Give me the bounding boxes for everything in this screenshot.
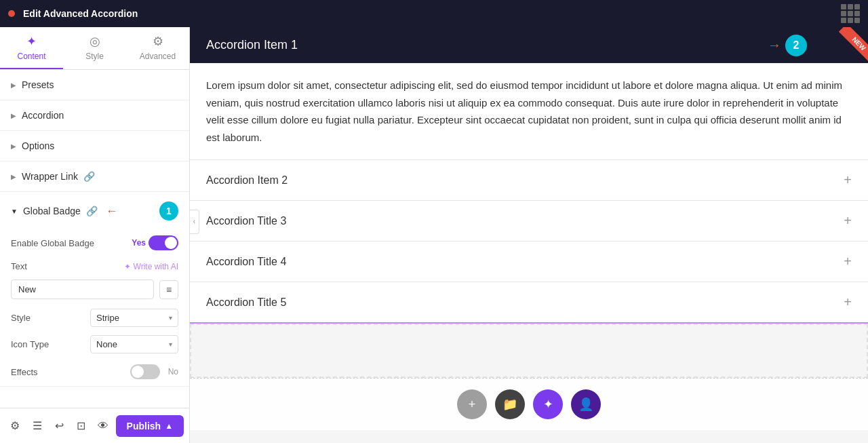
wrapper-label: Wrapper Link <box>22 171 78 182</box>
sidebar-item-wrapper-link[interactable]: ▶ Wrapper Link 🔗 <box>0 161 189 192</box>
layers-icon: ☰ <box>33 419 42 432</box>
magic-icon: ✦ <box>543 397 553 412</box>
toggle-control[interactable] <box>149 235 178 250</box>
icon-type-chevron-icon: ▾ <box>169 341 172 348</box>
add-icon: + <box>469 398 476 412</box>
collapse-icon: ‹ <box>193 218 195 225</box>
advanced-tab-icon: ⚙ <box>153 34 163 49</box>
folder-icon: 📁 <box>502 397 517 412</box>
accordion-body-text-1: Lorem ipsum dolor sit amet, consectetur … <box>206 79 842 143</box>
responsive-button[interactable]: ⊡ <box>72 414 92 438</box>
preview-button[interactable]: 👁 <box>94 414 113 438</box>
content-tab-icon: ✦ <box>26 34 37 49</box>
accordion-title-bar-1[interactable]: Accordion Item 1 → 2 NEW <box>190 27 868 63</box>
accordion-item-3[interactable]: Accordion Title 3 + <box>190 201 868 242</box>
global-badge-link-icon: 🔗 <box>86 206 98 216</box>
add-action-button[interactable]: + <box>457 389 487 419</box>
sidebar-item-presets[interactable]: ▶ Presets <box>0 70 189 100</box>
badge-2-container: → 2 <box>768 35 807 56</box>
accordion-item-5[interactable]: Accordion Title 5 + <box>190 282 868 324</box>
new-ribbon: NEW <box>839 27 868 63</box>
style-label: Style <box>11 313 85 323</box>
presets-arrow-icon: ▶ <box>11 81 16 89</box>
arrow-left-icon: ← <box>106 204 118 218</box>
write-with-ai-button[interactable]: ✦ Write with AI <box>124 262 178 271</box>
enable-badge-toggle[interactable]: Yes <box>132 235 178 250</box>
ai-star-icon: ✦ <box>124 262 131 271</box>
global-badge-label: Global Badge <box>23 206 81 216</box>
accordion-item-3-title: Accordion Title 3 <box>206 215 286 227</box>
style-value: Stripe <box>96 313 119 323</box>
accordion-item-2-title: Accordion Item 2 <box>206 174 288 187</box>
effects-label: Effects <box>11 367 125 377</box>
apps-grid-button[interactable] <box>841 4 860 23</box>
style-tab-icon: ◎ <box>90 34 100 49</box>
tab-style-label: Style <box>85 52 104 61</box>
folder-action-button[interactable]: 📁 <box>495 389 525 419</box>
global-badge-number: 1 <box>159 201 178 220</box>
user-icon: 👤 <box>578 397 593 412</box>
effects-toggle-thumb <box>132 366 144 378</box>
accordion-item-4-plus-icon: + <box>844 254 852 269</box>
accordion-arrow-icon: ▶ <box>11 112 16 119</box>
tabs-bar: ✦ Content ◎ Style ⚙ Advanced <box>0 27 189 70</box>
sidebar-item-options[interactable]: ▶ Options <box>0 131 189 161</box>
layers-button[interactable]: ☰ <box>28 414 47 438</box>
accordion-item-3-plus-icon: + <box>844 213 852 229</box>
bottom-toolbar: ⚙ ☰ ↩ ⊡ 👁 Publish ▲ <box>0 408 189 443</box>
icon-type-row: Icon Type None ▾ <box>0 331 189 358</box>
accordion-item-1: Accordion Item 1 → 2 NEW Lorem ipsum dol… <box>190 27 868 160</box>
publish-button[interactable]: Publish ▲ <box>116 415 184 437</box>
wrapper-link-icon: 🔗 <box>83 171 95 182</box>
global-badge-arrow-icon: ▼ <box>11 208 18 215</box>
enable-badge-row: Enable Global Badge Yes <box>0 230 189 256</box>
accordion-container: Accordion Item 1 → 2 NEW Lorem ipsum dol… <box>190 27 868 324</box>
effects-toggle-label: No <box>168 367 178 377</box>
tab-advanced-label: Advanced <box>140 52 176 61</box>
panel-content: ▶ Presets ▶ Accordion ▶ Options ▶ Wrappe… <box>0 70 189 408</box>
wrapper-arrow-icon: ▶ <box>11 173 16 180</box>
options-arrow-icon: ▶ <box>11 142 16 150</box>
write-ai-label: Write with AI <box>134 262 178 271</box>
accordion-item-4[interactable]: Accordion Title 4 + <box>190 242 868 282</box>
main-layout: ✦ Content ◎ Style ⚙ Advanced ▶ Presets ▶ <box>0 27 868 443</box>
history-icon: ↩ <box>55 419 64 432</box>
text-input-row: ≡ <box>0 277 189 305</box>
tab-content[interactable]: ✦ Content <box>0 27 63 69</box>
settings-icon: ⚙ <box>10 419 20 432</box>
new-badge-corner: NEW <box>808 27 868 63</box>
right-content: Accordion Item 1 → 2 NEW Lorem ipsum dol… <box>190 27 868 443</box>
icon-type-value: None <box>96 339 117 349</box>
responsive-icon: ⊡ <box>77 419 85 432</box>
style-select[interactable]: Stripe ▾ <box>90 309 178 327</box>
user-action-button[interactable]: 👤 <box>571 389 601 419</box>
accordion-section-label: Accordion <box>22 110 64 121</box>
magic-action-button[interactable]: ✦ <box>533 389 563 419</box>
text-lines-button[interactable]: ≡ <box>159 280 178 299</box>
text-field-row: Text ✦ Write with AI <box>0 256 189 277</box>
tab-advanced[interactable]: ⚙ Advanced <box>126 27 189 69</box>
badge-arrow-right-icon: → <box>768 37 781 53</box>
publish-chevron-icon: ▲ <box>165 421 173 431</box>
top-bar: Edit Advanced Accordion <box>0 0 868 27</box>
accordion-body-1: Lorem ipsum dolor sit amet, consectetur … <box>190 63 868 159</box>
effects-row: Effects No <box>0 358 189 386</box>
tab-style[interactable]: ◎ Style <box>63 27 126 69</box>
lines-icon: ≡ <box>166 284 172 295</box>
history-button[interactable]: ↩ <box>50 414 69 438</box>
collapse-handle[interactable]: ‹ <box>190 210 199 234</box>
presets-label: Presets <box>22 79 54 90</box>
sidebar-item-global-badge: ▼ Global Badge 🔗 ← 1 Enable Global Badge… <box>0 192 189 387</box>
settings-button[interactable]: ⚙ <box>5 414 25 438</box>
global-badge-header[interactable]: ▼ Global Badge 🔗 ← 1 <box>0 192 189 230</box>
accordion-item-2[interactable]: Accordion Item 2 + <box>190 160 868 201</box>
icon-type-select[interactable]: None ▾ <box>90 335 178 353</box>
icon-type-label: Icon Type <box>11 339 85 349</box>
sidebar-item-accordion[interactable]: ▶ Accordion <box>0 100 189 131</box>
left-panel: ✦ Content ◎ Style ⚙ Advanced ▶ Presets ▶ <box>0 27 190 443</box>
badge-circle-2: 2 <box>785 35 807 56</box>
effects-toggle[interactable] <box>130 364 160 379</box>
style-row: Style Stripe ▾ <box>0 305 189 331</box>
dashed-area <box>190 324 868 378</box>
text-input[interactable] <box>11 280 154 299</box>
